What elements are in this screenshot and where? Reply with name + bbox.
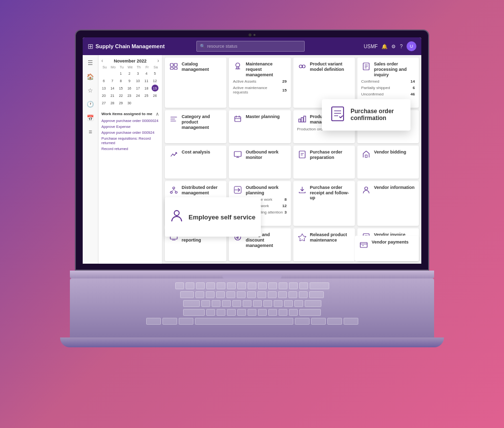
work-item-3[interactable]: Approve purchase order 000924 xyxy=(101,130,159,135)
catalog-icon xyxy=(169,61,179,71)
work-items-title: Work items assigned to me xyxy=(101,112,152,116)
employee-self-service-tile[interactable]: Employee self service xyxy=(165,197,261,237)
laptop-wrapper: ⊞ Supply Chain Management 🔍 resource sta… xyxy=(60,30,444,398)
distributed-icon xyxy=(169,185,179,195)
sidebar-calendar-icon[interactable]: 📅 xyxy=(86,113,95,123)
work-items-toggle[interactable]: ∧ xyxy=(156,111,159,117)
master-planning-title: Master planning xyxy=(246,114,280,120)
work-item-5[interactable]: Record returned xyxy=(101,147,159,151)
cal-week-5: 27 28 29 30 xyxy=(100,99,160,106)
cal-week-4: 20 21 22 23 24 25 26 xyxy=(100,92,160,99)
master-planning-icon xyxy=(233,114,243,124)
cal-month: November 2022 xyxy=(114,59,147,63)
svg-point-17 xyxy=(175,191,177,193)
tile-vendor-info[interactable]: Vendor information xyxy=(357,181,419,226)
product-variant-icon xyxy=(297,61,307,71)
tile-vendor-bidding[interactable]: Vendor bidding xyxy=(357,146,419,179)
svg-rect-1 xyxy=(174,63,177,66)
tile-category[interactable]: Category and product management xyxy=(165,110,226,143)
po-confirmation-title: Purchase order confirmation xyxy=(350,108,403,122)
work-item-1[interactable]: Approve purchase order 00000024 xyxy=(101,119,159,123)
cal-week-3: 13 14 15 16 17 18 19 xyxy=(100,85,160,92)
sidebar-home-icon[interactable]: 🏠 xyxy=(86,72,95,82)
search-bar[interactable]: 🔍 resource status xyxy=(196,41,305,52)
tile-catalog[interactable]: Catalog management xyxy=(165,58,226,108)
svg-rect-11 xyxy=(304,116,306,122)
laptop-keyboard xyxy=(70,278,434,337)
work-item-4[interactable]: Purchase requisitions: Record returned xyxy=(101,136,159,145)
svg-rect-24 xyxy=(332,107,344,121)
tile-po-preparation[interactable]: Purchase order preparation xyxy=(293,146,355,179)
svg-rect-12 xyxy=(234,152,241,156)
maintenance-stat-2: Active maintenance requests15 xyxy=(233,86,286,94)
distributed-title: Distributed order management xyxy=(182,185,222,196)
svg-point-15 xyxy=(173,187,175,189)
avatar[interactable]: U xyxy=(407,41,416,51)
app-container: ⊞ Supply Chain Management 🔍 resource sta… xyxy=(83,37,421,264)
svg-point-6 xyxy=(302,65,305,68)
sales-order-title: Sales order processing and inquiry xyxy=(374,61,415,77)
tile-po-receipt[interactable]: Purchase order receipt and follow-up xyxy=(293,181,355,226)
svg-rect-13 xyxy=(299,151,305,158)
tile-outbound-monitor[interactable]: Outbound work monitor xyxy=(229,146,290,179)
employee-self-service-title: Employee self service xyxy=(189,214,255,221)
tile-maintenance[interactable]: Maintenance request management Active As… xyxy=(229,58,290,108)
sidebar-list-icon[interactable]: ≡ xyxy=(86,127,95,137)
svg-point-23 xyxy=(174,211,179,215)
laptop-camera xyxy=(245,33,259,37)
category-title: Category and product management xyxy=(182,114,222,130)
work-item-2[interactable]: Approve Expense xyxy=(101,124,159,129)
cal-next[interactable]: › xyxy=(158,58,159,63)
vendor-payments-tile[interactable]: Vendor payments xyxy=(355,236,419,261)
app-title: Supply Chain Management xyxy=(95,43,165,49)
work-items-header: Work items assigned to me ∧ xyxy=(101,111,159,117)
maintenance-title: Maintenance request management xyxy=(246,61,286,77)
outbound-monitor-icon xyxy=(233,150,243,159)
cost-analysis-icon xyxy=(169,150,179,159)
production-floor-icon xyxy=(297,114,307,124)
icon-sidebar: ☰ 🏠 ☆ 🕐 📅 ≡ xyxy=(83,55,98,264)
laptop-screen: ⊞ Supply Chain Management 🔍 resource sta… xyxy=(75,30,429,271)
gear-icon[interactable]: ⚙ xyxy=(391,44,396,49)
catalog-title: Catalog management xyxy=(182,61,222,72)
released-product-icon xyxy=(297,232,307,242)
maintenance-icon xyxy=(233,61,243,71)
laptop-hinge xyxy=(70,271,434,278)
svg-point-19 xyxy=(365,187,368,190)
help-icon[interactable]: ? xyxy=(400,44,403,49)
vendor-info-title: Vendor information xyxy=(374,185,415,190)
tile-released-product[interactable]: Released product maintenance xyxy=(293,228,355,261)
app-logo: ⊞ Supply Chain Management xyxy=(88,42,165,50)
cal-prev[interactable]: ‹ xyxy=(101,58,103,63)
po-preparation-title: Purchase order preparation xyxy=(310,150,351,160)
svg-point-16 xyxy=(170,191,172,193)
tile-cost-analysis[interactable]: Cost analysis xyxy=(165,146,226,179)
cal-week-1: 1 2 3 4 5 xyxy=(100,70,160,77)
laptop-screen-inner: ⊞ Supply Chain Management 🔍 resource sta… xyxy=(83,37,421,264)
main-layout: ☰ 🏠 ☆ 🕐 📅 ≡ ‹ November 2022 › xyxy=(83,55,421,264)
po-receipt-title: Purchase order receipt and follow-up xyxy=(310,185,351,201)
vendor-bidding-title: Vendor bidding xyxy=(374,150,407,155)
vendor-payments-title: Vendor payments xyxy=(372,240,409,245)
sidebar-menu-icon[interactable]: ☰ xyxy=(86,58,95,68)
outbound-planning-title: Outbound work planning xyxy=(246,185,286,196)
grid-icon[interactable]: ⊞ xyxy=(88,42,94,50)
maintenance-stat-1: Active Assets29 xyxy=(233,79,286,84)
svg-rect-3 xyxy=(174,67,177,69)
tile-master-planning[interactable]: Master planning xyxy=(229,110,290,143)
cal-week-2: 6 7 8 9 10 11 12 xyxy=(100,77,160,84)
sidebar-star-icon[interactable]: ☆ xyxy=(86,86,95,95)
po-confirmation-icon xyxy=(330,106,346,123)
laptop-base xyxy=(60,337,444,347)
sales-order-icon xyxy=(361,61,371,71)
sidebar-clock-icon[interactable]: 🕐 xyxy=(86,99,95,109)
employee-self-service-icon xyxy=(170,209,184,225)
svg-rect-2 xyxy=(170,67,173,69)
po-preparation-icon xyxy=(297,150,307,159)
calendar-grid: Su Mo Tu We Th Fr Sa 1 xyxy=(98,65,162,106)
bell-icon[interactable]: 🔔 xyxy=(381,44,387,49)
outbound-planning-icon xyxy=(233,185,243,195)
top-bar-right: USMF 🔔 ⚙ ? U xyxy=(364,41,416,51)
category-icon xyxy=(169,114,179,124)
svg-rect-25 xyxy=(360,243,367,247)
